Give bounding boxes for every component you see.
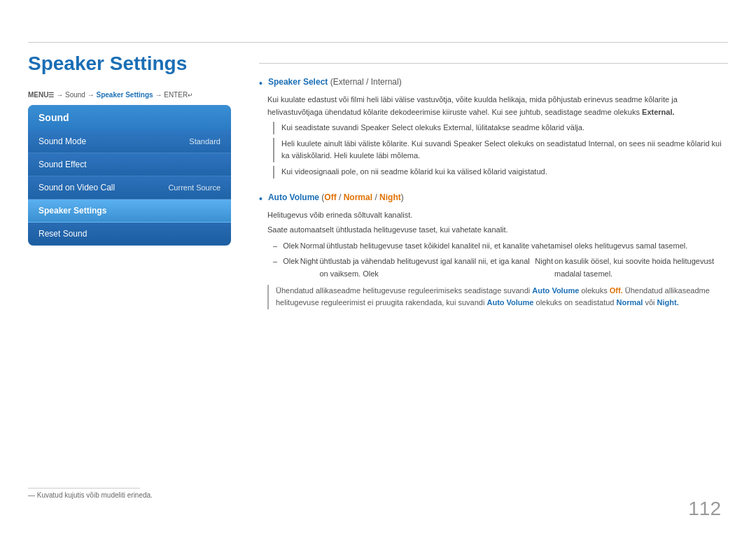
sound-panel-title: Sound: [28, 105, 231, 130]
menu-item-label: Speaker Settings: [38, 206, 106, 216]
section-title-speaker-select: Speaker Select (External / Internal): [259, 77, 728, 91]
page-title: Speaker Settings: [28, 52, 187, 75]
sub-item-speaker-3: Kui videosignaali pole, on nii seadme kõ…: [273, 166, 728, 178]
section-title-auto-volume: Auto Volume (Off / Normal / Night): [259, 192, 728, 206]
section-body-auto-volume-2: Saate automaatselt ühtlustada helitugevu…: [267, 224, 728, 237]
dash-item-night: Olek Night ühtlustab ja vähendab helitug…: [273, 255, 728, 280]
menu-item-speaker-settings[interactable]: Speaker Settings: [28, 199, 231, 223]
menu-item-value: Current Source: [168, 183, 220, 192]
breadcrumb-menu: MENU☰: [28, 91, 54, 99]
content-body: Speaker Select (External / Internal) Kui…: [259, 77, 728, 309]
breadcrumb-path: → Sound → Speaker Settings → ENTER↵: [56, 91, 193, 99]
sub-item-speaker-2: Heli kuulete ainult läbi väliste kõlarit…: [273, 138, 728, 162]
content-divider: [259, 63, 728, 64]
menu-item-label: Sound Mode: [38, 136, 86, 146]
section-body-auto-volume-note: Ühendatud allikaseadme helitugevuse regu…: [267, 285, 728, 309]
content-area: Speaker Select (External / Internal) Kui…: [259, 63, 728, 492]
section-speaker-select: Speaker Select (External / Internal) Kui…: [259, 77, 728, 178]
sound-panel: Sound Sound Mode Standard Sound Effect S…: [28, 105, 231, 246]
page-number: 112: [688, 498, 721, 520]
breadcrumb: MENU☰ → Sound → Speaker Settings → ENTER…: [28, 91, 193, 99]
section-body-auto-volume-1: Helitugevus võib erineda sõltuvalt kanal…: [267, 209, 728, 222]
menu-item-value: Standard: [189, 137, 220, 146]
top-divider: [28, 42, 728, 43]
menu-item-sound-on-video[interactable]: Sound on Video Call Current Source: [28, 176, 231, 199]
section-body-speaker-select: Kui kuulate edastust või filmi heli läbi…: [267, 94, 728, 118]
menu-item-reset-sound[interactable]: Reset Sound: [28, 223, 231, 246]
section-auto-volume: Auto Volume (Off / Normal / Night) Helit…: [259, 192, 728, 309]
menu-item-label: Sound on Video Call: [38, 183, 115, 192]
bottom-note: — Kuvatud kujutis võib mudeliti erineda.: [28, 491, 153, 499]
sub-item-speaker-1: Kui seadistate suvandi Speaker Select ol…: [273, 122, 728, 134]
menu-item-sound-effect[interactable]: Sound Effect: [28, 153, 231, 176]
menu-item-sound-mode[interactable]: Sound Mode Standard: [28, 130, 231, 153]
menu-item-label: Reset Sound: [38, 229, 87, 239]
bottom-divider: [28, 488, 140, 489]
menu-item-label: Sound Effect: [38, 160, 87, 169]
dash-item-normal: Olek Normal ühtlustab helitugevuse taset…: [273, 240, 728, 253]
